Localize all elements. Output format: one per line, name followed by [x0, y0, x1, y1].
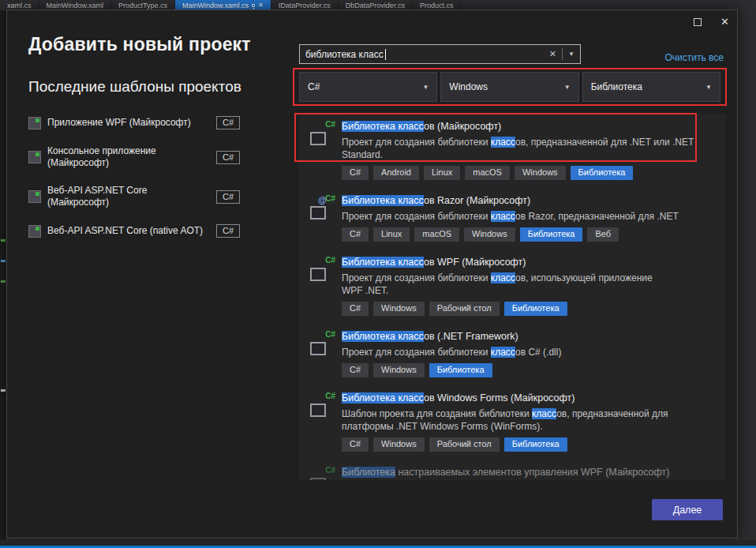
search-dropdown-icon[interactable]: ▼ — [568, 51, 574, 58]
tag[interactable]: Библиотека — [429, 363, 492, 377]
template-title: Библиотека классов WPF (Майкрософт) — [342, 256, 717, 268]
winforms-class-library-icon: C# — [309, 392, 335, 419]
razor-at-glyph: @ — [318, 195, 327, 205]
tag[interactable]: Windows — [515, 166, 566, 180]
plain-text: ов Razor (Майкрософт) — [424, 195, 530, 206]
plain-text: Standard. — [342, 149, 383, 160]
tag[interactable]: C# — [342, 302, 369, 316]
recent-templates-heading: Последние шаблоны проектов — [28, 78, 241, 96]
template-title: Библиотека классов (.NET Framework) — [342, 330, 717, 343]
tag[interactable]: macOS — [414, 227, 459, 242]
csharp-glyph: C# — [325, 466, 335, 475]
recent-templates-list: Приложение WPF (Майкрософт)C#Консольное … — [28, 116, 240, 238]
search-match-text: Библиотека класс — [342, 121, 424, 132]
template-result-item[interactable]: C#Библиотека классов (Майкрософт)Проект … — [299, 114, 725, 188]
tag[interactable]: Библиотека — [571, 166, 634, 180]
web-api-aot-icon — [28, 225, 41, 238]
wpf-class-library-icon: C# — [309, 256, 335, 283]
tag[interactable]: Рабочий стол — [429, 302, 500, 316]
tag[interactable]: Windows — [373, 437, 425, 452]
plain-text: ов, предназначенной для .NET или .NET — [515, 137, 694, 148]
template-result-content: Библиотека классов (.NET Framework)Проек… — [342, 330, 717, 377]
tag[interactable]: Linux — [424, 166, 460, 180]
template-result-content: Библиотека классов WPF (Майкрософт)Проек… — [342, 256, 717, 316]
template-title: Библиотека настраиваемых элементов управ… — [342, 466, 717, 479]
tag[interactable]: Linux — [373, 227, 410, 242]
plain-text: Проект для создания библиотеки — [342, 272, 491, 283]
plain-text: WPF .NET. — [342, 285, 388, 296]
filter-dropdown[interactable]: C#▼ — [299, 72, 437, 102]
recent-template-label: Веб-API ASP.NET Core (native AOT) — [47, 225, 203, 237]
template-result-item[interactable]: C#Библиотека классов Windows Forms (Майк… — [299, 385, 725, 460]
netfx-class-library-icon: C# — [309, 330, 335, 357]
code-fragment — [1, 260, 6, 262]
razor-class-library-icon: C#@ — [309, 194, 335, 221]
tag[interactable]: Библиотека — [504, 302, 567, 316]
recent-template-label: Веб-API ASP.NET Core(Майкрософт) — [47, 185, 147, 208]
clear-search-icon[interactable]: ✕ — [549, 49, 556, 59]
code-fragment — [1, 239, 6, 242]
recent-template-item[interactable]: Приложение WPF (Майкрософт)C# — [28, 116, 240, 129]
csharp-glyph: C# — [325, 120, 335, 129]
recent-template-item[interactable]: Веб-API ASP.NET Core (native AOT)C# — [28, 224, 240, 238]
template-result-item[interactable]: C#Библиотека классов WPF (Майкрософт)Про… — [299, 250, 725, 324]
class-library-icon: C# — [309, 120, 335, 147]
web-api-icon — [28, 190, 41, 203]
plain-text: платформы .NET Windows Forms (WinForms). — [342, 421, 543, 432]
tag[interactable]: Windows — [464, 227, 515, 242]
language-badge: C# — [216, 116, 240, 129]
plain-text: ов, предназначенной для — [556, 408, 668, 419]
template-result-item[interactable]: C#@Библиотека классов Razor (Майкрософт)… — [299, 188, 725, 250]
plain-text: настраиваемых элементов управления WPF (… — [395, 467, 670, 478]
recent-template-item[interactable]: Консольное приложение(Майкрософт)C# — [28, 145, 240, 169]
csharp-glyph: C# — [325, 256, 335, 265]
template-box-shape — [310, 206, 326, 220]
tag[interactable]: C# — [342, 227, 369, 242]
dialog-title: Добавить новый проект — [28, 34, 251, 55]
template-title: Библиотека классов Razor (Майкрософт) — [342, 194, 717, 207]
filter-dropdown[interactable]: Библиотека▼ — [582, 72, 720, 102]
csharp-glyph: C# — [325, 330, 335, 339]
wpf-application-icon — [28, 117, 41, 129]
template-box-shape — [310, 132, 326, 145]
next-button[interactable]: Далее — [652, 499, 723, 520]
tag[interactable]: C# — [342, 166, 369, 180]
tag[interactable]: Windows — [373, 302, 425, 316]
tag[interactable]: Библиотека — [520, 227, 583, 242]
plain-text: Проект для создания библиотеки — [342, 137, 491, 148]
plain-text: ов, использующей приложение — [515, 272, 653, 283]
template-description: Проект для создания библиотеки классов, … — [342, 272, 698, 297]
tag[interactable]: Windows — [373, 363, 425, 377]
template-result-item[interactable]: C#Библиотека настраиваемых элементов упр… — [299, 460, 725, 480]
maximize-icon[interactable] — [694, 18, 702, 26]
close-icon[interactable]: ✕ — [720, 17, 729, 27]
search-match-text: Библиотека класс — [342, 195, 424, 206]
plain-text: Проект для создания библиотеки — [342, 347, 491, 358]
filter-dropdown[interactable]: Windows▼ — [440, 72, 578, 102]
search-match-text: класс — [491, 347, 515, 358]
template-result-item[interactable]: C#Библиотека классов (.NET Framework)Про… — [299, 324, 725, 385]
search-match-text: класс — [491, 137, 515, 148]
template-tags: C#WindowsРабочий столБиблиотека — [342, 302, 717, 316]
clear-all-link[interactable]: Очистить все — [665, 52, 724, 63]
template-description: Проект для создания библиотеки классов C… — [342, 346, 698, 358]
separator — [562, 48, 563, 60]
recent-template-item[interactable]: Веб-API ASP.NET Core(Майкрософт)C# — [28, 185, 240, 208]
template-description: Проект для создания библиотеки классов, … — [342, 136, 698, 161]
tag[interactable]: Веб — [587, 227, 619, 242]
tag[interactable]: C# — [342, 363, 369, 377]
pin-icon[interactable] — [252, 4, 255, 7]
close-tab-icon[interactable]: ✕ — [258, 2, 264, 9]
tag[interactable]: Рабочий стол — [429, 437, 500, 452]
dialog-window-controls: ✕ — [694, 17, 729, 27]
template-result-content: Библиотека классов (Майкрософт)Проект дл… — [342, 120, 717, 180]
template-result-content: Библиотека классов Razor (Майкрософт)Про… — [342, 194, 717, 242]
template-result-content: Библиотека классов Windows Forms (Майкро… — [342, 392, 717, 452]
search-input[interactable]: библиотека класс ✕ ▼ — [299, 44, 581, 64]
tag[interactable]: Библиотека — [504, 437, 567, 452]
chevron-down-icon: ▼ — [564, 84, 571, 91]
tag[interactable]: macOS — [465, 166, 510, 180]
tag[interactable]: Android — [373, 166, 419, 180]
search-results-list: C#Библиотека классов (Майкрософт)Проект … — [299, 114, 725, 480]
tag[interactable]: C# — [342, 437, 369, 452]
